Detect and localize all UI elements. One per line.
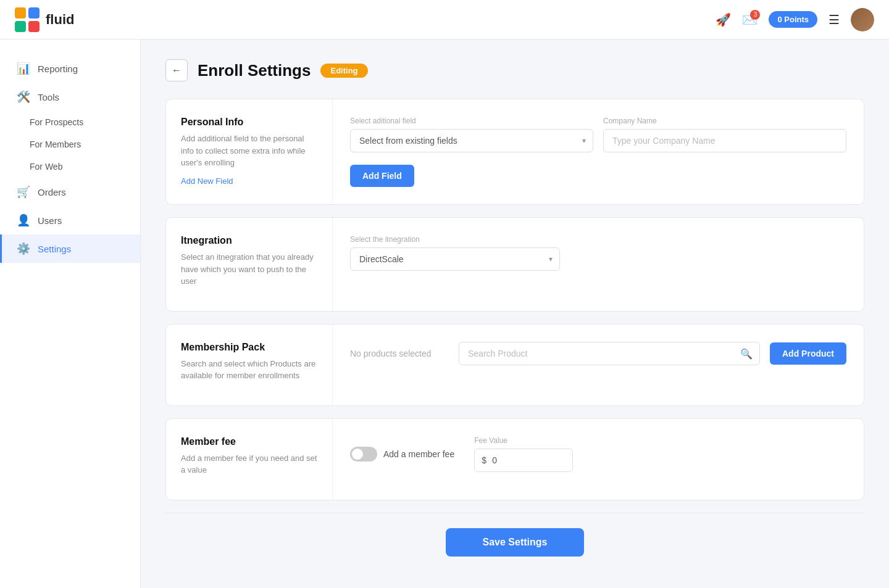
- toggle-row: Add a member fee: [350, 447, 454, 462]
- layout: 📊 Reporting 🛠️ Tools For Prospects For M…: [0, 39, 889, 588]
- integration-select[interactable]: DirectScale: [350, 247, 560, 271]
- integration-right: Select the itnegration DirectScale ▾: [333, 218, 864, 311]
- main-content: ← Enroll Settings Editing Personal Info …: [141, 39, 889, 588]
- personal-info-section: Personal Info Add additional field to th…: [165, 99, 864, 205]
- sidebar-item-label-orders: Orders: [38, 187, 66, 197]
- sidebar-subitem-for-prospects[interactable]: For Prospects: [30, 111, 140, 133]
- no-products-text: No products selected: [350, 349, 449, 358]
- search-product-wrapper: 🔍: [459, 342, 760, 365]
- sidebar-subitems: For Prospects For Members For Web: [0, 111, 140, 178]
- mail-badge: 3: [750, 10, 760, 20]
- membership-pack-left: Membership Pack Search and select which …: [166, 325, 333, 405]
- users-icon: 👤: [17, 213, 30, 227]
- personal-info-field-row: Select aditional field Select from exist…: [350, 117, 846, 152]
- page-title: Enroll Settings: [198, 61, 311, 80]
- settings-icon: ⚙️: [17, 242, 30, 255]
- select-field-group: Select aditional field Select from exist…: [350, 117, 593, 152]
- tools-icon: 🛠️: [17, 90, 30, 104]
- save-row: Save Settings: [165, 528, 864, 557]
- points-button[interactable]: 0 Points: [769, 11, 817, 28]
- add-field-button[interactable]: Add Field: [350, 165, 414, 187]
- svg-rect-0: [15, 7, 26, 19]
- select-field-label: Select aditional field: [350, 117, 593, 125]
- fee-input[interactable]: [474, 449, 573, 472]
- integration-section: Itnegration Select an itnegration that y…: [165, 217, 864, 312]
- fee-value-label: Fee Value: [474, 436, 573, 445]
- sidebar-item-label-users: Users: [38, 215, 62, 226]
- section-divider: [165, 513, 864, 513]
- sidebar: 📊 Reporting 🛠️ Tools For Prospects For M…: [0, 39, 141, 588]
- select-field-wrapper: Select from existing fields ▾: [350, 129, 593, 152]
- sidebar-item-label-reporting: Reporting: [38, 64, 78, 74]
- currency-symbol: $: [482, 455, 486, 465]
- membership-row: No products selected 🔍 Add Product: [350, 342, 846, 365]
- sidebar-item-tools[interactable]: 🛠️ Tools: [0, 83, 140, 111]
- add-new-field-link[interactable]: Add New Field: [181, 176, 233, 186]
- personal-info-right: Select aditional field Select from exist…: [333, 99, 864, 204]
- integration-title: Itnegration: [181, 235, 317, 246]
- topnav-right: 🚀 ✉️ 3 0 Points ☰: [716, 8, 874, 31]
- sidebar-item-label-settings: Settings: [38, 244, 71, 254]
- personal-info-desc: Add additional field to the personal inf…: [181, 133, 317, 169]
- editing-badge: Editing: [320, 64, 367, 78]
- save-settings-button[interactable]: Save Settings: [446, 528, 585, 557]
- fee-row: Add a member fee Fee Value $: [350, 436, 846, 472]
- sidebar-subitem-for-members[interactable]: For Members: [30, 133, 140, 155]
- page-header: ← Enroll Settings Editing: [165, 59, 864, 81]
- integration-desc: Select an itnegration that you already h…: [181, 251, 317, 288]
- member-fee-section: Member fee Add a member fee if you need …: [165, 418, 864, 500]
- fee-input-wrapper: $: [474, 449, 573, 472]
- launch-icon-btn[interactable]: 🚀: [716, 12, 731, 27]
- reporting-icon: 📊: [17, 62, 30, 75]
- sidebar-subitem-for-web[interactable]: For Web: [30, 155, 140, 178]
- integration-field-group: Select the itnegration DirectScale ▾: [350, 235, 560, 271]
- toggle-slider: [350, 447, 377, 462]
- logo-text: fluid: [46, 12, 74, 28]
- fee-value-group: Fee Value $: [474, 436, 573, 472]
- add-product-button[interactable]: Add Product: [770, 342, 846, 365]
- integration-select-label: Select the itnegration: [350, 235, 560, 244]
- sidebar-item-settings[interactable]: ⚙️ Settings: [0, 234, 140, 263]
- company-name-field-group: Company Name: [603, 117, 846, 152]
- member-fee-title: Member fee: [181, 436, 317, 447]
- select-existing-fields[interactable]: Select from existing fields: [350, 129, 593, 152]
- personal-info-left: Personal Info Add additional field to th…: [166, 99, 333, 204]
- membership-pack-title: Membership Pack: [181, 342, 317, 353]
- member-fee-right: Add a member fee Fee Value $: [333, 419, 864, 500]
- svg-rect-2: [15, 21, 26, 32]
- sidebar-item-orders[interactable]: 🛒 Orders: [0, 178, 140, 206]
- integration-left: Itnegration Select an itnegration that y…: [166, 218, 333, 311]
- company-name-label: Company Name: [603, 117, 846, 125]
- personal-info-title: Personal Info: [181, 117, 317, 128]
- orders-icon: 🛒: [17, 185, 30, 199]
- search-icon: 🔍: [740, 347, 753, 359]
- membership-pack-right: No products selected 🔍 Add Product: [333, 325, 864, 405]
- avatar: [851, 8, 874, 31]
- mail-icon-btn[interactable]: ✉️ 3: [742, 12, 758, 27]
- logo-icon: [15, 7, 40, 32]
- member-fee-left: Member fee Add a member fee if you need …: [166, 419, 333, 500]
- sidebar-item-reporting[interactable]: 📊 Reporting: [0, 54, 140, 83]
- hamburger-button[interactable]: ☰: [828, 12, 840, 27]
- membership-pack-desc: Search and select which Products are ava…: [181, 358, 317, 382]
- svg-rect-1: [28, 7, 40, 19]
- integration-select-wrapper: DirectScale ▾: [350, 247, 560, 271]
- back-button[interactable]: ←: [165, 59, 188, 81]
- member-fee-desc: Add a member fee if you need and set a v…: [181, 452, 317, 476]
- sidebar-item-users[interactable]: 👤 Users: [0, 206, 140, 234]
- toggle-label: Add a member fee: [383, 449, 454, 459]
- company-name-input[interactable]: [603, 129, 846, 152]
- search-product-input[interactable]: [459, 342, 760, 365]
- svg-rect-3: [28, 21, 40, 32]
- topnav: fluid 🚀 ✉️ 3 0 Points ☰: [0, 0, 889, 39]
- member-fee-toggle[interactable]: [350, 447, 377, 462]
- membership-pack-section: Membership Pack Search and select which …: [165, 324, 864, 406]
- logo: fluid: [15, 7, 74, 32]
- sidebar-item-label-tools: Tools: [38, 92, 59, 102]
